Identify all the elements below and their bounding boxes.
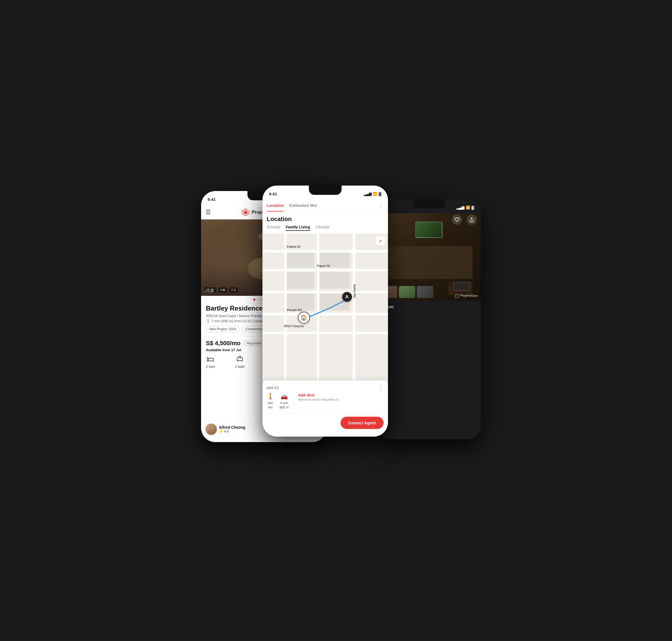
map-block-5 <box>287 294 314 311</box>
transport-card-details: 🚶 min km 🚗 4 min 800 m <box>267 393 384 410</box>
vr-icon: ⊙ <box>234 288 236 292</box>
listing-price: S$ 4,500/mo <box>206 340 241 347</box>
phone3-thumb-3[interactable] <box>417 286 433 298</box>
battery-icon: ▓ <box>379 192 381 196</box>
map-street-label-1: Fidelio St <box>287 245 301 248</box>
map-expand-button[interactable]: ⤢ <box>376 236 385 246</box>
more-tabs-button[interactable]: ⋮ <box>378 202 384 209</box>
subtab-lifestyle[interactable]: Lifestyle <box>316 225 330 231</box>
battery-icon: ▓ <box>471 205 474 209</box>
phone2-notch <box>309 186 342 195</box>
floor-plan-pill: 4 ⊞ <box>218 287 227 292</box>
map-street-label-4: Nallur Rd <box>353 284 356 298</box>
phone2-status-icons: ▂▄▆ 📶 ▓ <box>364 192 381 196</box>
phone3-status-icons: ▂▄▆ 📶 ▓ <box>456 205 474 209</box>
subtab-schools[interactable]: Schools <box>267 225 280 231</box>
phone3-bed <box>385 246 472 279</box>
phone3-share-button[interactable] <box>467 215 477 225</box>
walk-icon: 🚶 <box>267 393 274 400</box>
heart-icon <box>455 217 460 222</box>
phone3-content: 25 ▂▄▆ 📶 ▓ <box>377 199 481 439</box>
bed-icon <box>207 356 214 363</box>
map-ntuc-label: NTUC Fairprice <box>284 325 304 328</box>
phone2-content: 9:41 ▂▄▆ 📶 ▓ Location Estimated Mor ⋮ Lo… <box>262 186 388 437</box>
dot-2[interactable] <box>257 299 259 301</box>
agent-avatar-image <box>205 423 217 435</box>
car-icon: 🚗 <box>280 393 288 400</box>
map-road-1 <box>262 250 388 253</box>
drive-transport: 🚗 4 min 800 m <box>280 393 289 410</box>
agent-name-label: Alfred Cheong <box>219 425 245 429</box>
phone3-notch <box>413 199 445 208</box>
tag-new-project: New Project: 2024 <box>206 326 240 332</box>
map-block-1 <box>287 253 314 268</box>
floorplan-icon: ⊞ <box>223 288 225 292</box>
phone3-thumbnails <box>381 286 433 298</box>
phone3-brand-watermark: PropertyGuru <box>455 294 478 298</box>
phone2-transport-card: park E1 ⋮ 🚶 min km <box>262 380 388 413</box>
transport-card-name: park E1 <box>267 385 279 390</box>
scene: 25 ▂▄▆ 📶 ▓ <box>186 177 486 464</box>
map-pin-home: 🏠 <box>298 312 310 324</box>
agent-info: Alfred Cheong ⭐ 4.9 <box>205 423 245 435</box>
bath-icon <box>236 356 243 363</box>
map-street-label-2: Figaro St <box>317 264 330 268</box>
virtual-tour-pill: 2 ⊙ <box>229 287 238 292</box>
menu-button[interactable]: ☰ <box>205 209 211 216</box>
add-destination-section: Add dest Add more places frequently co <box>294 393 339 410</box>
phone3-painting <box>415 221 442 238</box>
phone2-subtabs: Schools Family Living Lifestyle <box>262 225 388 234</box>
map-block-3 <box>287 272 314 289</box>
phone2-location-title: Location <box>262 212 388 225</box>
agent-avatar <box>205 423 217 435</box>
subtab-family-living[interactable]: Family Living <box>286 225 310 231</box>
phone3-logo-icon <box>455 294 459 298</box>
signal-icon: ▂▄▆ <box>364 192 372 196</box>
phone3-room-section: Room <box>377 301 481 313</box>
phone2-time: 9:41 <box>269 192 277 196</box>
signal-icon: ▂▄▆ <box>456 205 464 209</box>
map-block-4 <box>320 272 350 289</box>
svg-point-9 <box>209 425 214 430</box>
svg-point-10 <box>207 431 215 435</box>
phone2-screen: 9:41 ▂▄▆ 📶 ▓ Location Estimated Mor ⋮ Lo… <box>262 186 388 437</box>
svg-rect-7 <box>237 357 243 360</box>
phone3-hero-image: PropertyGuru <box>377 214 481 301</box>
bed-feature: 2 bed <box>206 356 215 369</box>
map-road-5 <box>262 332 388 334</box>
negotiable-badge: Negotiable <box>243 340 265 346</box>
phone1-time: 9:41 <box>208 197 216 202</box>
drive-info: 4 min 800 m <box>280 401 289 410</box>
agent-rating-label: ⭐ 4.9 <box>219 429 245 433</box>
walk-icon: 🚶 <box>206 319 210 323</box>
add-dest-label[interactable]: Add dest <box>298 393 315 397</box>
bath-label: 2 bath <box>235 365 245 369</box>
tab-location[interactable]: Location <box>267 200 284 212</box>
map-pin-a: A <box>342 292 352 302</box>
wifi-icon: 📶 <box>373 192 377 196</box>
agent-details: Alfred Cheong ⭐ 4.9 <box>219 425 245 433</box>
phone2-tabs: Location Estimated Mor ⋮ <box>262 200 388 212</box>
phone3-thumb-2[interactable] <box>399 286 415 298</box>
transport-card-header: park E1 ⋮ <box>267 384 384 391</box>
walk-info: min km <box>268 401 273 410</box>
map-road-2 <box>262 269 388 271</box>
tab-estimated-mortgage[interactable]: Estimated Mor <box>289 200 317 212</box>
add-dest-sublabel: Add more places frequently co <box>298 398 339 401</box>
phone-3: 25 ▂▄▆ 📶 ▓ <box>377 199 481 439</box>
propertyguru-logo-icon <box>241 208 250 217</box>
dot-1[interactable] <box>253 299 256 301</box>
bed-label: 2 bed <box>206 365 215 369</box>
phone3-favorite-button[interactable] <box>452 215 462 225</box>
bath-feature: 2 bath <box>235 356 245 369</box>
share-icon <box>469 217 474 222</box>
phone-2: 9:41 ▂▄▆ 📶 ▓ Location Estimated Mor ⋮ Lo… <box>262 186 388 437</box>
walk-transport: 🚶 min km <box>267 393 274 410</box>
phone2-contact-button[interactable]: Contact Agent <box>341 417 384 429</box>
hero-agent-name: Jo Lim <box>204 290 213 293</box>
phone3-header-actions <box>452 215 477 225</box>
phone2-map[interactable]: Fidelio St Figaro St Parade Rd Nallur Rd… <box>262 234 388 414</box>
map-road-3 <box>262 291 388 293</box>
phone2-footer: Contact Agent <box>262 414 388 437</box>
transport-card-more[interactable]: ⋮ <box>378 384 384 391</box>
